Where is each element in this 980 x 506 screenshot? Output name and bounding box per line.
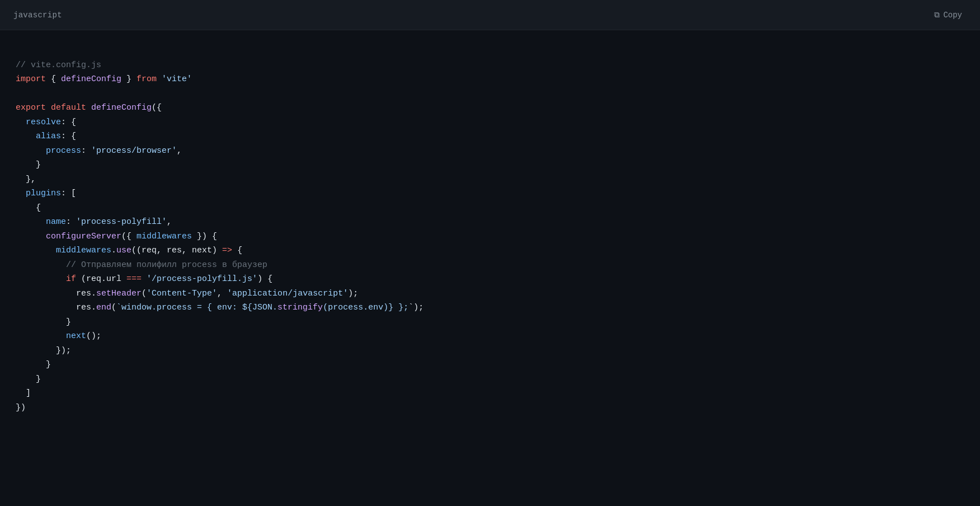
line-24: ] — [16, 388, 31, 398]
line-2: import { defineConfig } from 'vite' — [16, 74, 192, 84]
language-label: javascript — [13, 11, 62, 20]
line-6: alias: { — [16, 132, 76, 141]
copy-button[interactable]: ⧉ Copy — [930, 8, 967, 22]
line-7: process: 'process/browser', — [16, 146, 182, 156]
copy-icon: ⧉ — [934, 11, 940, 20]
line-25: }) — [16, 403, 26, 413]
line-20: next(); — [16, 331, 101, 341]
line-15: // Отправляем полифилл process в браузер — [16, 260, 267, 270]
code-area: // vite.config.js import { defineConfig … — [0, 30, 980, 506]
line-19: } — [16, 317, 71, 327]
main-container: javascript ⧉ Copy // vite.config.js impo… — [0, 0, 980, 506]
line-16: if (req.url === '/process-polyfill.js') … — [16, 274, 272, 284]
line-5: resolve: { — [16, 118, 76, 127]
line-22: } — [16, 360, 51, 369]
line-11: { — [16, 203, 41, 213]
line-4: export default defineConfig({ — [16, 103, 162, 113]
code-header: javascript ⧉ Copy — [0, 0, 980, 30]
line-23: } — [16, 374, 41, 384]
line-21: }); — [16, 346, 71, 355]
line-14: middlewares.use((req, res, next) => { — [16, 246, 242, 255]
line-9: }, — [16, 175, 36, 184]
line-17: res.setHeader('Content-Type', 'applicati… — [16, 289, 358, 298]
copy-button-label: Copy — [943, 11, 962, 20]
line-12: name: 'process-polyfill', — [16, 217, 172, 227]
line-18: res.end(`window.process = { env: ${JSON.… — [16, 303, 423, 312]
line-13: configureServer({ middlewares }) { — [16, 232, 217, 241]
code-block: // vite.config.js import { defineConfig … — [16, 44, 964, 429]
line-10: plugins: [ — [16, 189, 76, 198]
line-1: // vite.config.js — [16, 60, 101, 70]
line-8: } — [16, 160, 41, 170]
